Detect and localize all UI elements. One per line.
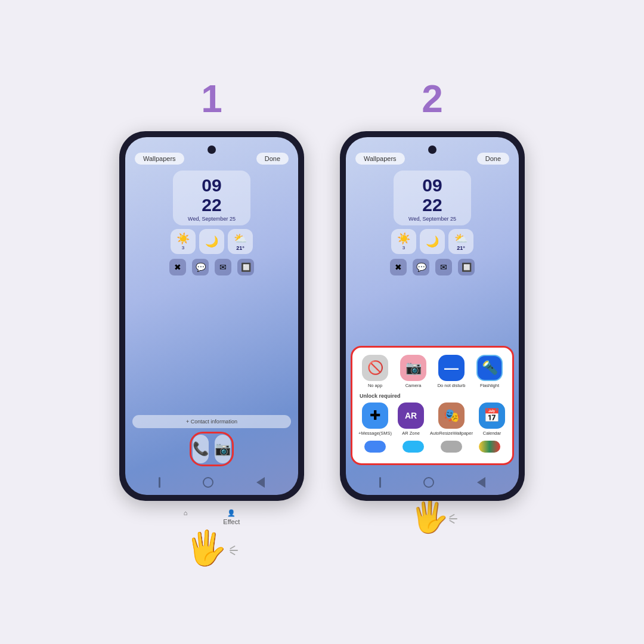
clock-mins-2: 22 <box>422 195 442 215</box>
weather-moon-1: 🌙 <box>199 229 224 254</box>
weather-sun-1: ☀️ 3 <box>171 229 196 254</box>
widget-area-2: 09 22 Wed, September 25 ☀️ 3 🌙 <box>346 167 519 278</box>
effect-label-1: Effect <box>223 518 240 525</box>
nav-recents-1[interactable] <box>159 477 160 488</box>
calendar-icon: 📅 <box>479 402 505 429</box>
dnd-icon: — <box>438 355 465 381</box>
phone-1-nav <box>125 472 298 495</box>
sparkle-line-1b <box>230 550 238 551</box>
weather-sun-2: ☀️ 3 <box>391 229 416 254</box>
widget-area-1: 09 22 Wed, September 25 ☀️ 3 🌙 <box>125 167 298 278</box>
app-icon-1d: 🔲 <box>237 259 254 275</box>
camera-label: Camera <box>405 383 422 388</box>
flashlight-icon: 🔦 <box>476 355 503 381</box>
moon-icon: 🌙 <box>205 235 218 248</box>
message-symbol: ✚ <box>370 408 380 423</box>
app-item-noapp[interactable]: 🚫 No app <box>358 355 392 388</box>
step-2-col: 2 Wallpapers Done 09 22 Wed, September 2… <box>340 80 525 532</box>
hand-cursor-2: 🖐 <box>410 501 449 532</box>
arzone-icon: AR <box>398 402 424 429</box>
phone-1-notch <box>208 145 216 154</box>
dock-camera-btn[interactable]: 📷 <box>215 435 231 463</box>
unknown1-icon <box>402 441 424 453</box>
nav-recents-2[interactable] <box>379 477 381 488</box>
unlock-required-label: Unlock required <box>358 393 506 399</box>
app-item-unknown3[interactable] <box>473 441 506 453</box>
hand-1: 🖐 <box>185 536 238 565</box>
effect-icon-1: 👤 <box>227 509 236 517</box>
sparkle-line-2a <box>449 513 455 518</box>
clock-hours-2: 09 <box>422 175 442 195</box>
no-app-label: No app <box>368 383 382 388</box>
autoresize-symbol: 🎭 <box>444 408 460 423</box>
bottom-label-home-1: ⌂ <box>184 509 188 525</box>
app-item-flashlight[interactable]: 🔦 Flashlight <box>473 355 506 388</box>
nav-home-1[interactable] <box>203 477 213 488</box>
app-icon-2c: ✉ <box>435 259 452 275</box>
moon-icon-2: 🌙 <box>426 235 439 248</box>
message-label: +Message(SMS) <box>358 431 392 436</box>
nav-back-1[interactable] <box>256 477 265 488</box>
clock-mins-1: 22 <box>202 195 221 215</box>
wallpapers-btn-1[interactable]: Wallpapers <box>135 153 184 165</box>
app-item-unknown2[interactable] <box>435 441 468 453</box>
bottom-labels-1: ⌂ 👤 Effect <box>184 509 240 525</box>
sun-icon: ☀️ <box>177 232 190 245</box>
unknown3-icon <box>479 441 500 453</box>
app-icon-2d: 🔲 <box>458 259 475 275</box>
no-app-symbol: 🚫 <box>367 360 383 376</box>
sparkle-line-1a <box>230 545 236 549</box>
flashlight-symbol: 🔦 <box>482 360 498 376</box>
weather-cloud-2: ⛅ 21° <box>448 229 473 254</box>
app-item-message[interactable]: ✚ +Message(SMS) <box>358 402 392 436</box>
flashlight-label: Flashlight <box>480 383 499 388</box>
calendar-label: Calendar <box>483 431 501 436</box>
cloud-icon: ⛅ <box>234 232 247 245</box>
step-1-col: 1 Wallpapers Done 09 22 Wed, September 2… <box>119 80 304 565</box>
phone-2-nav <box>346 472 519 495</box>
nav-home-2[interactable] <box>423 477 434 488</box>
weather-row-2: ☀️ 3 🌙 ⛅ 21° <box>391 229 473 254</box>
app-icon-2a: ✖ <box>390 259 407 275</box>
sparkle-line-2c <box>449 519 455 524</box>
bottom-dock-1: + Contact information 📞 📷 <box>125 410 298 472</box>
calendar-symbol: 📅 <box>484 408 500 423</box>
clock-widget-2: 09 22 Wed, September 25 <box>394 171 471 225</box>
phone-2-frame: Wallpapers Done 09 22 Wed, September 25 … <box>340 131 525 501</box>
hand-cursor-1: 🖐 <box>185 531 227 565</box>
phone-1-screen: Wallpapers Done 09 22 Wed, September 25 … <box>125 137 298 495</box>
app-picker-grid-row2: ✚ +Message(SMS) AR AR Zone <box>358 402 506 436</box>
app-item-calendar[interactable]: 📅 Calendar <box>478 402 506 436</box>
phone-1-frame: Wallpapers Done 09 22 Wed, September 25 … <box>119 131 304 501</box>
app-item-arzone[interactable]: AR AR Zone <box>397 402 425 436</box>
dock-row-highlighted-1: 📞 📷 <box>190 432 234 466</box>
wallpapers-btn-2[interactable]: Wallpapers <box>355 153 405 165</box>
app-icon-1c: ✉ <box>215 259 231 275</box>
app-item-camera[interactable]: 📷 Camera <box>397 355 430 388</box>
weather-moon-2: 🌙 <box>420 229 445 254</box>
cloud-icon-2: ⛅ <box>454 232 467 245</box>
app-icon-2b: 💬 <box>413 259 429 275</box>
sun-icon-2: ☀️ <box>397 232 410 245</box>
bottom-label-effect-1: 👤 Effect <box>223 509 240 525</box>
clock-date-1: Wed, September 25 <box>188 216 236 222</box>
done-btn-2[interactable]: Done <box>477 153 509 165</box>
app-item-dnd[interactable]: — Do not disturb <box>435 355 468 388</box>
camera-symbol: 📷 <box>405 360 422 376</box>
dock-phone-btn[interactable]: 📞 <box>193 435 209 463</box>
nav-back-2[interactable] <box>477 477 485 488</box>
autoresize-label: AutoResizeWallpaper <box>430 431 473 436</box>
app-item-google[interactable] <box>358 441 392 453</box>
sparkle-line-1c <box>230 551 236 555</box>
no-app-icon: 🚫 <box>362 355 388 381</box>
app-picker-grid-row3 <box>358 441 506 453</box>
done-btn-1[interactable]: Done <box>256 153 289 165</box>
autoresize-icon: 🎭 <box>438 402 465 429</box>
app-item-unknown1[interactable] <box>397 441 430 453</box>
app-item-autoresize[interactable]: 🎭 AutoResizeWallpaper <box>430 402 473 436</box>
dnd-symbol: — <box>444 360 459 376</box>
clock-widget-1: 09 22 Wed, September 25 <box>173 171 250 225</box>
camera-icon: 📷 <box>400 355 426 381</box>
app-icon-row-1: ✖ 💬 ✉ 🔲 <box>169 259 254 275</box>
step-2-number: 2 <box>422 80 443 118</box>
